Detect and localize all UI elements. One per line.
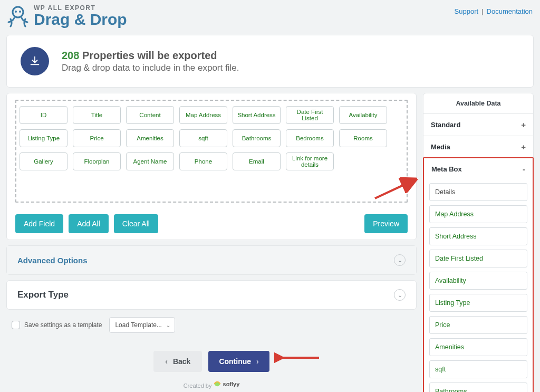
chevron-right-icon: › bbox=[256, 357, 259, 366]
advanced-options-title: Advanced Options bbox=[17, 256, 88, 265]
field-chip[interactable]: Availability bbox=[339, 106, 387, 124]
available-data-panel: Available Data Standard + Media + Meta B… bbox=[423, 93, 534, 392]
brand-large-text: Drag & Drop bbox=[34, 12, 127, 27]
field-chip[interactable]: Content bbox=[126, 106, 174, 124]
load-template-select[interactable]: Load Template... ⌄ bbox=[109, 317, 175, 333]
field-chip[interactable]: ID bbox=[20, 106, 68, 124]
field-drop-zone[interactable]: IDTitleContentMap AddressShort AddressDa… bbox=[15, 100, 408, 203]
save-template-row: Save settings as a template Load Templat… bbox=[6, 310, 417, 335]
continue-button[interactable]: Continue › bbox=[208, 351, 269, 372]
field-chip[interactable]: Title bbox=[73, 106, 121, 124]
save-template-label: Save settings as a template bbox=[24, 321, 102, 329]
group-meta-box[interactable]: Meta Box - bbox=[424, 158, 533, 180]
available-data-title: Available Data bbox=[423, 93, 533, 113]
field-chip[interactable]: Price bbox=[73, 129, 121, 147]
meta-box-item[interactable]: Availability bbox=[429, 272, 527, 290]
soflyy-logo-icon bbox=[214, 380, 221, 388]
field-chip[interactable]: Amenities bbox=[126, 129, 174, 147]
svg-point-1 bbox=[15, 11, 17, 13]
preview-button[interactable]: Preview bbox=[364, 214, 408, 233]
field-chip[interactable]: Link for more details bbox=[286, 152, 334, 170]
field-chip[interactable]: sqft bbox=[179, 129, 227, 147]
export-type-section[interactable]: Export Type ⌄ bbox=[6, 280, 417, 310]
export-count: 208 bbox=[62, 50, 79, 61]
add-all-button[interactable]: Add All bbox=[69, 214, 109, 233]
add-field-button[interactable]: Add Field bbox=[15, 214, 63, 233]
plus-icon: + bbox=[521, 142, 526, 151]
meta-box-item[interactable]: Listing Type bbox=[429, 294, 527, 312]
field-chip[interactable]: Map Address bbox=[179, 106, 227, 124]
chevron-left-icon: ‹ bbox=[165, 357, 168, 366]
meta-box-item[interactable]: Date First Listed bbox=[429, 250, 527, 267]
advanced-options-section[interactable]: Advanced Options ⌄ bbox=[6, 245, 417, 275]
wizard-nav: ‹ Back Continue › bbox=[6, 351, 417, 372]
chevron-down-icon: ⌄ bbox=[166, 322, 170, 328]
support-link[interactable]: Support bbox=[455, 7, 479, 15]
field-chip[interactable]: Bedrooms bbox=[286, 129, 334, 147]
field-chip[interactable]: Listing Type bbox=[20, 129, 68, 147]
meta-box-item[interactable]: sqft bbox=[429, 360, 527, 378]
svg-point-0 bbox=[13, 7, 23, 17]
meta-box-item[interactable]: Details bbox=[429, 183, 527, 201]
export-type-title: Export Type bbox=[17, 290, 69, 300]
save-template-checkbox[interactable] bbox=[12, 321, 20, 329]
chevron-down-icon: ⌄ bbox=[394, 289, 406, 301]
field-chip[interactable]: Bathrooms bbox=[233, 129, 281, 147]
field-chip[interactable]: Rooms bbox=[339, 129, 387, 147]
svg-point-2 bbox=[19, 11, 21, 13]
field-chip[interactable]: Short Address bbox=[233, 106, 281, 124]
clear-all-button[interactable]: Clear All bbox=[114, 214, 158, 233]
meta-box-item[interactable]: Bathrooms bbox=[429, 383, 527, 392]
export-headline: 208 Properties will be exported bbox=[62, 50, 239, 62]
back-button[interactable]: ‹ Back bbox=[153, 351, 202, 372]
field-chip[interactable]: Agent Name bbox=[126, 152, 174, 170]
meta-box-item[interactable]: Short Address bbox=[429, 227, 527, 245]
chevron-down-icon: ⌄ bbox=[394, 254, 406, 266]
minus-icon: - bbox=[523, 165, 525, 174]
field-chip[interactable]: Date First Listed bbox=[286, 106, 334, 124]
app-header: WP ALL EXPORT Drag & Drop Support | Docu… bbox=[0, 0, 540, 30]
field-builder: IDTitleContentMap AddressShort AddressDa… bbox=[6, 93, 417, 240]
field-chip[interactable]: Gallery bbox=[20, 152, 68, 170]
field-chip[interactable]: Phone bbox=[179, 152, 227, 170]
field-chip[interactable]: Floorplan bbox=[73, 152, 121, 170]
group-standard[interactable]: Standard + bbox=[423, 113, 533, 136]
documentation-link[interactable]: Documentation bbox=[487, 7, 533, 15]
meta-box-item[interactable]: Price bbox=[429, 316, 527, 334]
group-media[interactable]: Media + bbox=[423, 136, 533, 158]
header-links: Support | Documentation bbox=[455, 4, 533, 15]
meta-box-item[interactable]: Map Address bbox=[429, 205, 527, 223]
footer-credit: Created by soflyy bbox=[6, 380, 417, 389]
download-icon bbox=[21, 47, 49, 75]
plus-icon: + bbox=[521, 120, 526, 129]
meta-box-item[interactable]: Amenities bbox=[429, 338, 527, 356]
field-chip[interactable]: Email bbox=[233, 152, 281, 170]
app-logo-icon bbox=[7, 4, 28, 27]
export-summary-card: 208 Properties will be exported Drag & d… bbox=[6, 35, 534, 88]
export-subline: Drag & drop data to include in the expor… bbox=[62, 63, 239, 73]
